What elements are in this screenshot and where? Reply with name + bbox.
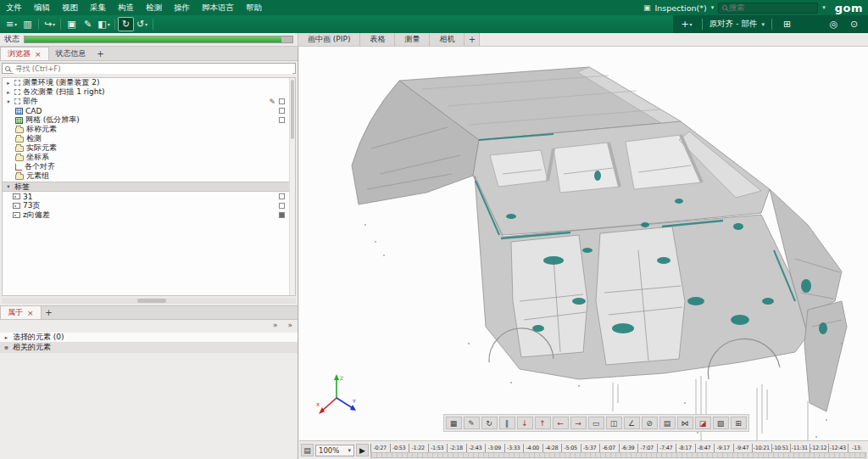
expand-all-icon[interactable]: » [287, 321, 292, 331]
align-bottom-icon[interactable]: ↓ [516, 417, 532, 429]
tree-item-measurements[interactable]: ▸ 各次测量 (扫描 1 right) [3, 87, 295, 97]
add-properties-tab-button[interactable]: + [42, 305, 57, 319]
global-search-box[interactable] [718, 3, 818, 14]
panel-splitter[interactable] [2, 298, 296, 304]
fill-style-button[interactable]: ◧▾ [96, 17, 112, 31]
tag-item-31[interactable]: 31 [3, 192, 295, 201]
timeline-tick[interactable]: -0:27 [370, 442, 390, 452]
section-view-icon[interactable]: ◫ [605, 417, 621, 429]
tab-status-info[interactable]: 状态信息 [49, 47, 93, 60]
timeline-tick[interactable]: -2:43 [466, 442, 486, 452]
timeline-tick[interactable]: -9:47 [733, 442, 753, 452]
visibility-checkbox[interactable] [279, 108, 285, 114]
clip-plane-icon[interactable]: ◪ [694, 417, 710, 429]
edit-pen-button[interactable]: ✎ [80, 17, 96, 31]
timeline-tick[interactable]: -8:17 [676, 442, 695, 452]
timeline-ruler[interactable]: -0:27 -0:53 -1:22 -1:53 -2:18 -2:43 -3:0… [370, 442, 866, 459]
layout-button[interactable]: ▥ [19, 17, 36, 31]
align-left-icon[interactable]: ← [552, 417, 568, 429]
related-elements-row[interactable]: ≣ 相关的元素 [0, 343, 298, 353]
menu-item[interactable]: 脚本语言 [196, 0, 240, 15]
visibility-checkbox[interactable] [279, 98, 285, 104]
viewport-tab[interactable]: 相机 [430, 33, 465, 46]
tag-checkbox[interactable] [279, 212, 285, 218]
tag-item-z-deviation[interactable]: z向偏差 [3, 210, 295, 220]
search-options-chevron-icon[interactable]: ▾ [822, 4, 826, 11]
timeline-tick[interactable]: -5:05 [561, 442, 581, 452]
menu-item[interactable]: 操作 [168, 0, 196, 15]
menu-item[interactable]: 视图 [56, 0, 84, 15]
grid-button[interactable]: ⊞ [779, 17, 795, 31]
pause-icon[interactable]: ∥ [498, 417, 515, 429]
table-view-icon[interactable]: ▤ [659, 417, 675, 429]
angle-measure-icon[interactable]: ∠ [623, 417, 639, 429]
grid-toggle-icon[interactable]: ⊞ [730, 417, 746, 429]
tree-item-part[interactable]: ▾ 部件 ✎ [3, 97, 295, 106]
menu-item[interactable]: 编辑 [28, 0, 56, 15]
timeline-tick[interactable]: -10:21 [752, 442, 771, 452]
add-explorer-tab-button[interactable]: + [93, 47, 108, 60]
rotate-view-icon[interactable]: ↻ [481, 417, 497, 429]
snapshot-button[interactable]: ▣ [64, 17, 80, 31]
project-name-label[interactable]: Inspection(*) [654, 3, 706, 13]
chevron-right-icon[interactable]: ▸ [5, 80, 12, 87]
fit-view-icon[interactable]: ▦ [445, 417, 461, 429]
timeline-list-button[interactable]: ▤ [301, 444, 314, 456]
timeline-tick[interactable]: -6:07 [599, 442, 619, 452]
timeline-tick[interactable]: -13: [848, 442, 867, 452]
timeline-tick[interactable]: -12:12 [810, 442, 829, 452]
tree-search-field[interactable] [2, 63, 296, 74]
play-button[interactable]: ▶ [356, 444, 369, 456]
import-export-button[interactable]: ↪▾ [42, 17, 58, 31]
main-menu-button[interactable]: ≡▾ [3, 17, 19, 31]
menu-item[interactable]: 检测 [140, 0, 168, 15]
edit-pen-icon[interactable]: ✎ [269, 98, 275, 106]
visibility-checkbox[interactable] [279, 117, 285, 123]
close-icon[interactable]: × [27, 309, 34, 317]
close-icon[interactable]: × [35, 50, 42, 59]
timeline-tick[interactable]: -2:18 [447, 442, 466, 452]
tips-button[interactable]: ⊙ [846, 17, 862, 31]
tree-item-element-groups[interactable]: 元素组 [3, 171, 295, 181]
timeline-tick[interactable]: -0:53 [390, 442, 409, 452]
rect-select-icon[interactable]: ▭ [587, 417, 604, 429]
timeline-tick[interactable]: -1:22 [409, 442, 428, 452]
target-button[interactable]: ◎ [826, 17, 842, 31]
tags-section-header[interactable]: ▾ 标签 [3, 182, 295, 192]
timeline-tick[interactable]: -12:43 [828, 442, 848, 452]
timeline-track[interactable] [370, 452, 866, 458]
timeline-tick[interactable]: -5:37 [581, 442, 600, 452]
merge-view-icon[interactable]: ⋈ [676, 417, 693, 429]
alignment-chevron-icon[interactable]: ▾ [761, 21, 765, 28]
recalculate-button[interactable]: ↻ [118, 17, 134, 31]
scrollbar-thumb[interactable] [291, 80, 294, 139]
timeline-tick[interactable]: -10:51 [771, 442, 791, 452]
sketch-icon[interactable]: ✎ [463, 417, 479, 429]
timeline-tick[interactable]: -4:28 [542, 442, 562, 452]
stamp-icon[interactable]: ▧ [712, 417, 728, 429]
timeline-tick[interactable]: -4:00 [523, 442, 542, 452]
chevron-right-icon[interactable]: ▸ [5, 89, 12, 96]
timeline-tick[interactable]: -7:47 [657, 442, 676, 452]
timeline-tick[interactable]: -8:47 [695, 442, 715, 452]
tree-vertical-scrollbar[interactable] [289, 78, 295, 295]
viewport-tab[interactable]: 画中画 (PIP) [298, 33, 360, 46]
tree-item-nominal-elements[interactable]: 标称元素 [3, 125, 295, 134]
timeline-tick[interactable]: -1:53 [428, 442, 448, 452]
menu-item[interactable]: 构造 [112, 0, 140, 15]
active-alignment-label[interactable]: 原对齐 - 部件 [709, 19, 758, 30]
timeline-tick[interactable]: -7:07 [637, 442, 657, 452]
chevron-down-icon[interactable]: ▾ [711, 4, 715, 11]
tag-checkbox[interactable] [279, 193, 285, 199]
collapse-all-icon[interactable]: » [273, 321, 278, 331]
menu-item[interactable]: 文件 [0, 0, 28, 15]
tag-checkbox[interactable] [279, 203, 285, 209]
add-alignment-button[interactable]: +▾ [679, 17, 695, 31]
timeline-tick[interactable]: -9:17 [714, 442, 733, 452]
label-toggle-icon[interactable]: ⊘ [641, 417, 657, 429]
add-viewport-tab-button[interactable]: + [465, 33, 480, 46]
timeline-tick[interactable]: -6:39 [619, 442, 638, 452]
menu-item[interactable]: 采集 [84, 0, 112, 15]
search-input[interactable] [727, 3, 814, 13]
timeline-tick[interactable]: -3:33 [504, 442, 524, 452]
